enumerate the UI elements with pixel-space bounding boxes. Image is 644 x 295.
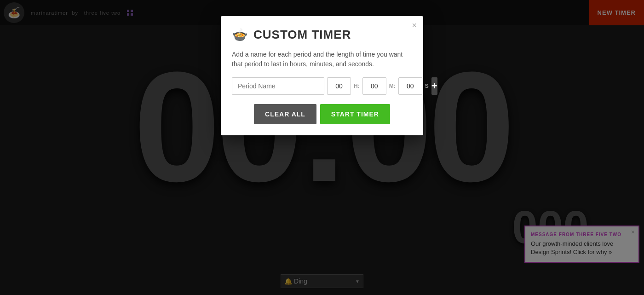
- seconds-input[interactable]: [398, 77, 422, 95]
- clear-all-button[interactable]: CLEAR ALL: [254, 104, 316, 124]
- modal-description: Add a name for each period and the lengt…: [232, 50, 412, 69]
- timer-input-row: H: M: S +: [232, 77, 412, 95]
- modal-title-row: 🍲 CUSTOM TIMER: [232, 27, 412, 42]
- minutes-input[interactable]: [362, 77, 386, 95]
- hours-label: H:: [354, 83, 360, 89]
- start-timer-button[interactable]: START TIMER: [320, 104, 390, 124]
- period-name-input[interactable]: [232, 77, 324, 95]
- modal-close-button[interactable]: ×: [412, 21, 417, 30]
- minutes-label: M:: [389, 83, 396, 89]
- add-period-button[interactable]: +: [431, 77, 437, 95]
- modal-title-text: CUSTOM TIMER: [253, 28, 351, 42]
- custom-timer-modal: × 🍲 CUSTOM TIMER Add a name for each per…: [221, 16, 423, 135]
- seconds-label: S: [425, 83, 429, 89]
- pot-icon: 🍲: [232, 27, 248, 42]
- hours-input[interactable]: [327, 77, 351, 95]
- modal-actions: CLEAR ALL START TIMER: [232, 104, 412, 124]
